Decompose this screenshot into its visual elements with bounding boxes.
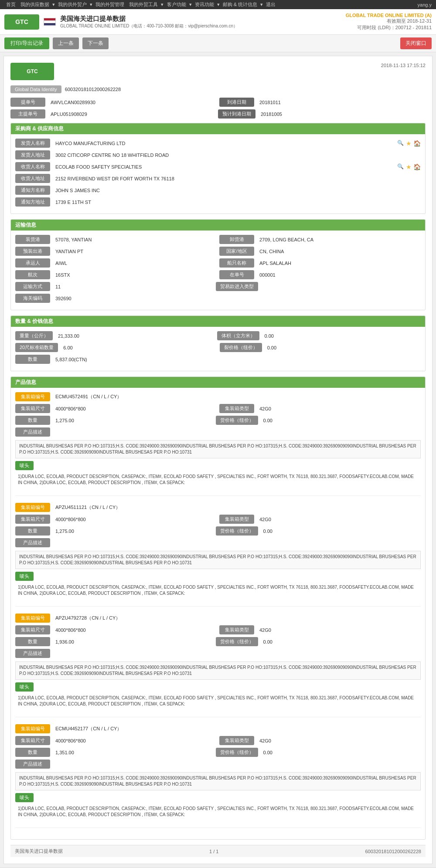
nav-stats[interactable]: 邮购 & 统计信息: [223, 2, 257, 7]
country-value: CN, CHINA: [257, 248, 421, 255]
notify-name-value: JOHN S JAMES INC: [53, 187, 421, 194]
transport-mode-value: 11: [53, 283, 213, 290]
departure-label: 预装出港: [15, 247, 50, 256]
remarks-label-1[interactable]: 唛头: [15, 572, 34, 581]
carrier-value: AIWL: [53, 260, 217, 267]
qty-label: 数量: [15, 355, 50, 364]
header-right: GLOBAL TRADE ONLINE LIMITED (A) 有效期至 201…: [346, 13, 432, 31]
container-no-label-0: 集装箱编号: [15, 392, 50, 401]
prev-button[interactable]: 上一条: [53, 37, 79, 49]
consignee-search-icon[interactable]: 🔍: [397, 163, 404, 170]
container20-label: 20尺标准箱数量: [15, 343, 58, 352]
container-type-label-3: 集装箱类型: [219, 736, 254, 745]
voyage-value: 16STX: [53, 271, 217, 278]
product-desc-label-0: 产品描述: [15, 427, 50, 437]
product-qty-label-2: 数量: [15, 637, 50, 646]
consignee-home-icon[interactable]: 🏠: [413, 163, 421, 170]
consignee-star-icon[interactable]: ★: [406, 163, 412, 170]
container-no-value-3: ECMU4452177（CN / L / CY）: [53, 725, 421, 733]
nav-trade-mgmt[interactable]: 我的外贸管理: [95, 2, 124, 7]
nav-user: yang.y: [418, 2, 432, 7]
top-nav: 首页 我的供应数据 ▾ 我的供外贸户 ▾ 我的外贸管理 我的外贸工具 ▾ 客户功…: [0, 0, 436, 9]
remarks-label-0[interactable]: 唛头: [15, 461, 34, 470]
estimated-date-label: 预计到港日期: [218, 109, 255, 119]
product-qty-label-1: 数量: [15, 526, 50, 536]
nav-trade-tools[interactable]: 我的外贸工具: [129, 2, 158, 7]
trade-type-label: 贸易款进入类型: [216, 282, 258, 291]
estimated-date-value: 20181005: [258, 111, 426, 118]
transport-mode-label: 运输方式: [15, 282, 50, 291]
container-size-label-1: 集装箱尺寸: [15, 515, 50, 524]
flag-icon: [44, 18, 56, 26]
valid-until: 有效期至 2018-12-31: [346, 18, 432, 24]
product-qty-value-3: 1,351.00: [53, 749, 213, 756]
product-price-label-0: 货价格（纽价）: [216, 416, 258, 425]
customs-code-value: 392690: [53, 295, 421, 302]
products-section: 产品信息 集装箱编号 ECMU4572491（CN / L / CY） 集装箱尺…: [10, 376, 426, 840]
bill-no-value: AWVLCAN00289930: [48, 99, 217, 106]
notify-addr-label: 通知方地址: [15, 197, 50, 207]
shipper-addr-value: 3002 CITICORP CENTRE NO 18 WHITFIELD ROA…: [53, 152, 421, 159]
container-no-value-0: ECMU4572491（CN / L / CY）: [53, 393, 421, 401]
remarks-label-3[interactable]: 唛头: [15, 793, 34, 802]
discharge-port-value: 2709, LONG BEACH, CA: [257, 236, 421, 243]
container-type-label-2: 集装箱类型: [219, 625, 254, 634]
search-icon[interactable]: 🔍: [397, 140, 404, 147]
nav-customer[interactable]: 客户功能: [167, 2, 186, 7]
nav-exit[interactable]: 退出: [266, 2, 276, 7]
master-bill-value: APLU051908029: [48, 111, 215, 118]
bill-type-label: 在单号: [219, 270, 254, 279]
product-desc-text-3: INDUSTRIAL BRUSHESAS PER P.O HO:107315;H…: [15, 772, 421, 790]
buyer-supplier-section: 采购商 & 供应商信息 发货人名称 HAYCO MANUFACTURING LT…: [10, 123, 426, 214]
bill-type-value: 000001: [257, 271, 421, 278]
next-button[interactable]: 下一条: [82, 37, 109, 49]
print-button[interactable]: 打印/导出记录: [4, 37, 49, 49]
container-type-value-0: 42G0: [257, 405, 421, 412]
transport-section: 运输信息 装货港 57078, YANTIAN 卸货港 2709, LONG B…: [10, 219, 426, 310]
weight-value: 21,333.00: [55, 332, 215, 339]
voyage-label: 航次: [15, 270, 50, 279]
product-price-label-1: 货价格（纽价）: [216, 526, 258, 536]
container-type-value-2: 42G0: [257, 627, 421, 634]
remarks-text-0: 1)DURA LOC, ECOLAB, PRODUCT DESCRIPTION,…: [15, 472, 421, 488]
container-size-value-2: 4000*806*800: [53, 627, 217, 634]
main-content: GTC 2018-11-13 17:15:12 Global Data Iden…: [3, 56, 433, 864]
nav-home[interactable]: 首页: [6, 2, 16, 7]
shipper-name-label: 发货人名称: [15, 139, 50, 148]
container-size-value-0: 4000*806*800: [53, 405, 217, 412]
nav-info[interactable]: 资讯功能: [195, 2, 214, 7]
remarks-label-2[interactable]: 唛头: [15, 682, 34, 692]
global-data-label: Global Data Identity: [10, 85, 61, 93]
badge-company: GLOBAL TRADE ONLINE LIMITED (A): [346, 13, 432, 18]
container-type-label-1: 集装箱类型: [219, 515, 254, 524]
quantity-price-section: 数量 & 价钱信息 重量（公斤） 21,333.00 体积（立方米） 0.00 …: [10, 315, 426, 371]
arrival-date-label: 到港日期: [219, 98, 254, 107]
close-button[interactable]: 关闭窗口: [400, 37, 432, 49]
consignee-name-value: ECOLAB FOOD SAFETY SPECIALTIES: [53, 163, 392, 170]
remarks-text-2: 1)DURA LOC, ECOLAB, PRODUCT DESCRIPTION,…: [15, 693, 421, 709]
product-desc-text-1: INDUSTRIAL BRUSHESAS PER P.O HO:107315;H…: [15, 551, 421, 569]
bill-no-label: 提单号: [10, 98, 45, 107]
container20-value: 6.00: [61, 344, 217, 351]
bottom-label: 美国海关进口提单数据: [15, 848, 63, 854]
shipper-icons: 🔍 ★ 🏠: [397, 140, 421, 147]
nav-trade-account[interactable]: 我的供外贸户: [58, 2, 87, 7]
home-icon[interactable]: 🏠: [413, 140, 421, 147]
product-price-value-3: 0.00: [261, 749, 421, 756]
shipper-addr-label: 发货人地址: [15, 150, 50, 159]
product-price-label-2: 货价格（纽价）: [216, 637, 258, 646]
star-icon[interactable]: ★: [406, 140, 412, 147]
container-no-label-2: 集装箱编号: [15, 614, 50, 623]
consignee-icons: 🔍 ★ 🏠: [397, 163, 421, 170]
page-info: 1 / 1: [209, 849, 218, 854]
container-type-value-1: 42G0: [257, 516, 421, 523]
nav-supply[interactable]: 我的供应数据: [20, 2, 49, 7]
product-item-2: 集装箱编号 APZU4792728（CN / L / CY） 集装箱尺寸 400…: [15, 614, 421, 717]
shipper-name-value: HAYCO MANUFACTURING LTD: [53, 140, 392, 147]
doc-header: GTC 2018-11-13 17:15:12: [10, 63, 426, 80]
vessel-value: APL SALALAH: [257, 260, 421, 267]
product-price-value-1: 0.00: [261, 528, 421, 535]
product-desc-label-3: 产品描述: [15, 760, 50, 769]
header: GTC 美国海关进口提单数据 GLOBAL TRADE ONLINE LIMIT…: [0, 9, 436, 35]
container-type-value-3: 42G0: [257, 737, 421, 744]
